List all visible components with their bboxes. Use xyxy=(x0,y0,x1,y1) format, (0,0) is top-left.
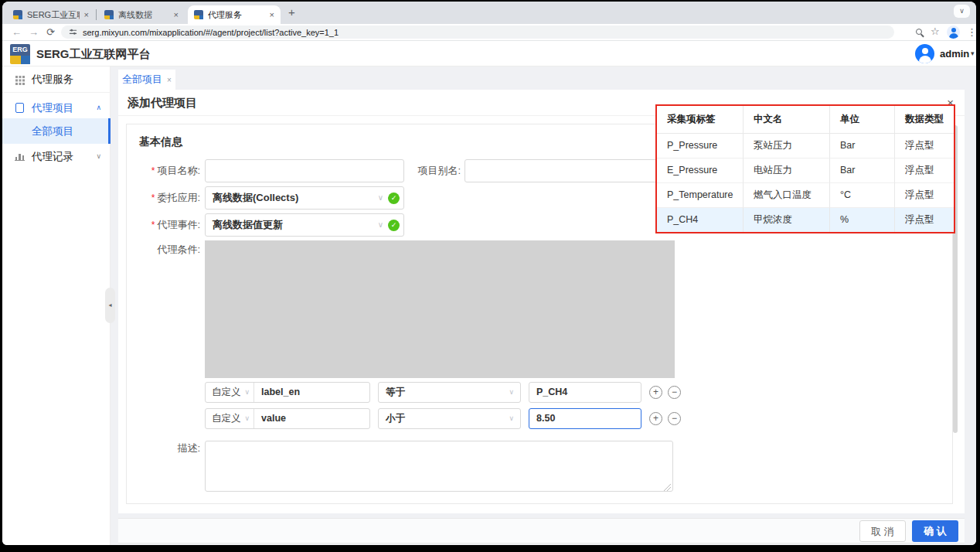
username[interactable]: admin xyxy=(940,41,969,66)
cancel-button[interactable]: 取 消 xyxy=(859,520,906,542)
condition-field-combo[interactable]: 自定义∨ value xyxy=(205,408,370,429)
browser-menu-icon[interactable]: ⋮ xyxy=(967,26,976,39)
textarea-resize-handle[interactable] xyxy=(664,484,671,491)
table-cell: °C xyxy=(830,183,895,208)
agent-condition-label: 代理条件: xyxy=(127,242,200,257)
forward-icon[interactable]: → xyxy=(29,26,39,39)
app-grid-icon xyxy=(15,76,18,78)
browser-address-bar: ← → ⟳ serg.mixyun.com/mixapplication/#/a… xyxy=(2,24,976,41)
drawer-footer: 取 消 确 认 xyxy=(118,518,965,543)
description-label: 描述: xyxy=(127,441,200,456)
project-name-label: *项目名称: xyxy=(127,159,200,182)
table-row[interactable]: P_Temperature 燃气入口温度 °C 浮点型 xyxy=(657,183,954,208)
sidebar-item-agent-records[interactable]: 代理记录 ∨ xyxy=(2,144,111,169)
condition-operator-select[interactable]: 小于∨ xyxy=(378,408,521,429)
condition-type-select[interactable]: 自定义∨ xyxy=(206,383,254,402)
condition-field-combo[interactable]: 自定义∨ label_en xyxy=(205,382,370,403)
tab-close-icon[interactable]: × xyxy=(270,11,274,19)
condition-type-select[interactable]: 自定义∨ xyxy=(206,409,254,428)
tab-close-icon[interactable]: × xyxy=(84,11,89,19)
delegated-app-select[interactable]: 离线数据(Collects) ∨ ✓ xyxy=(205,186,404,210)
project-name-input[interactable] xyxy=(205,159,404,182)
drawer-title: 添加代理项目 xyxy=(128,90,197,116)
condition-field-input[interactable]: value xyxy=(254,409,369,428)
table-cell: 泵站压力 xyxy=(744,134,830,158)
url-box[interactable]: serg.mixyun.com/mixapplication/#/agent/p… xyxy=(61,26,894,39)
table-cell: 甲烷浓度 xyxy=(744,208,830,232)
bookmark-star-icon[interactable]: ☆ xyxy=(931,26,940,38)
new-tab-button[interactable]: + xyxy=(288,5,295,19)
add-condition-icon[interactable]: + xyxy=(649,412,662,425)
table-cell: P_Temperature xyxy=(657,183,744,208)
condition-canvas[interactable] xyxy=(205,240,675,378)
table-cell: Bar xyxy=(830,158,895,183)
column-header: 单位 xyxy=(830,106,895,134)
remove-condition-icon[interactable]: − xyxy=(668,386,681,399)
sidebar-item-agent-service[interactable]: 代理服务 xyxy=(2,66,111,92)
serg-logo: ERG xyxy=(10,44,30,64)
remove-condition-icon[interactable]: − xyxy=(668,412,681,425)
table-cell: Bar xyxy=(830,134,895,158)
chevron-down-icon: ∨ xyxy=(378,187,383,209)
table-cell: P_Pressure xyxy=(657,134,744,158)
condition-field-input[interactable]: label_en xyxy=(254,383,369,402)
condition-value-input[interactable]: 8.50 xyxy=(529,408,641,429)
agent-event-select[interactable]: 离线数据值更新 ∨ ✓ xyxy=(205,213,404,237)
browser-window: SERG工业互联网平台 × 离线数据 × 代理服务 × + ∨ ← → ⟳ xyxy=(2,2,976,545)
window-chevron-icon[interactable]: ∨ xyxy=(954,5,970,18)
confirm-button[interactable]: 确 认 xyxy=(912,520,958,542)
add-condition-icon[interactable]: + xyxy=(649,386,662,399)
workspace-tab-all-projects[interactable]: 全部项目 × xyxy=(118,70,175,90)
table-cell: 浮点型 xyxy=(895,158,954,183)
chevron-down-icon: ∨ xyxy=(244,383,250,402)
sidebar-item-agent-projects[interactable]: 代理项目 ∧ xyxy=(2,95,111,121)
browser-tab-offline-data[interactable]: 离线数据 × xyxy=(98,5,185,24)
browser-tab-agent-service[interactable]: 代理服务 × xyxy=(188,5,281,24)
valid-check-icon: ✓ xyxy=(388,220,400,231)
site-settings-icon[interactable] xyxy=(69,28,77,36)
url-text[interactable]: serg.mixyun.com/mixapplication/#/agent/p… xyxy=(83,28,339,37)
selected-value: 离线数据(Collects) xyxy=(213,192,298,203)
chevron-up-icon[interactable]: ∧ xyxy=(96,95,101,121)
tab-title: 代理服务 xyxy=(208,9,265,21)
sidebar: 代理服务 代理项目 ∧ 全部项目 代理记录 ∨ ◂ xyxy=(2,66,111,545)
browser-tab-serg[interactable]: SERG工业互联网平台 × xyxy=(7,5,95,24)
required-mark: * xyxy=(151,193,155,203)
table-header-row: 采集项标签 中文名 单位 数据类型 xyxy=(657,106,954,134)
chevron-down-icon[interactable]: ∨ xyxy=(96,144,101,169)
back-icon[interactable]: ← xyxy=(12,26,22,39)
table-row[interactable]: E_Pressure 电站压力 Bar 浮点型 xyxy=(657,158,954,183)
table-cell: P_CH4 xyxy=(657,208,744,232)
sidebar-collapse-handle[interactable]: ◂ xyxy=(105,288,115,323)
workspace-tab-close-icon[interactable]: × xyxy=(167,76,172,84)
table-row[interactable]: P_Pressure 泵站压力 Bar 浮点型 xyxy=(657,134,954,158)
column-header: 采集项标签 xyxy=(657,106,744,134)
workspace-tab-label: 全部项目 xyxy=(122,73,162,87)
screenshot-frame: SERG工业互联网平台 × 离线数据 × 代理服务 × + ∨ ← → ⟳ xyxy=(0,0,980,552)
sidebar-item-label: 代理项目 xyxy=(32,95,73,121)
browser-tab-strip: SERG工业互联网平台 × 离线数据 × 代理服务 × + ∨ xyxy=(2,2,976,24)
table-cell: 浮点型 xyxy=(895,134,954,158)
table-cell: 电站压力 xyxy=(744,158,830,183)
sidebar-item-all-projects[interactable]: 全部项目 xyxy=(2,118,111,144)
reload-icon[interactable]: ⟳ xyxy=(46,26,55,39)
condition-operator-select[interactable]: 等于∨ xyxy=(378,382,521,403)
document-icon xyxy=(15,103,24,113)
tab-close-icon[interactable]: × xyxy=(174,11,179,19)
zoom-search-icon[interactable] xyxy=(916,29,922,35)
chevron-down-icon: ∨ xyxy=(244,409,250,428)
column-header: 数据类型 xyxy=(895,106,954,134)
description-textarea[interactable] xyxy=(205,441,673,492)
table-cell: 燃气入口温度 xyxy=(744,183,830,208)
chevron-down-icon: ∨ xyxy=(509,383,514,402)
browser-profile-avatar[interactable] xyxy=(947,26,960,39)
delegated-app-label: *委托应用: xyxy=(127,186,200,210)
user-menu-caret-icon[interactable]: ▾ xyxy=(971,41,975,66)
serg-favicon-icon xyxy=(194,10,203,19)
user-avatar[interactable] xyxy=(915,44,934,63)
table-row-highlighted[interactable]: P_CH4 甲烷浓度 % 浮点型 xyxy=(657,208,954,232)
app-title: SERG工业互联网平台 xyxy=(36,41,151,66)
condition-value-input[interactable]: P_CH4 xyxy=(529,382,641,403)
project-alias-label: 项目别名: xyxy=(382,159,461,182)
table-cell: % xyxy=(830,208,895,232)
